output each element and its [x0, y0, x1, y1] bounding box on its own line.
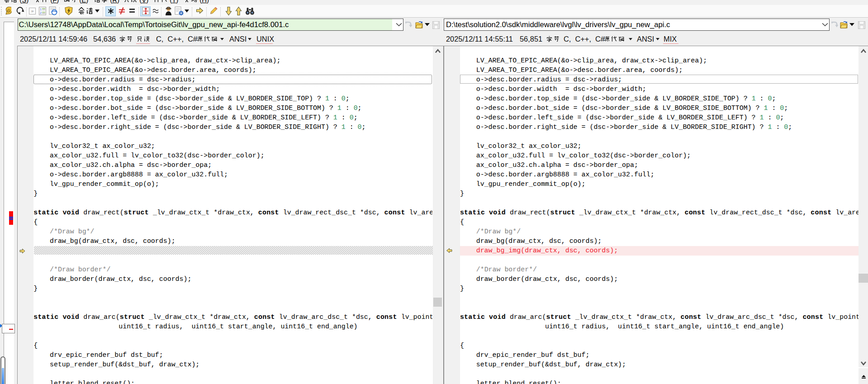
svg-text:1: 1 [40, 8, 42, 11]
svg-text:2: 2 [40, 11, 42, 14]
